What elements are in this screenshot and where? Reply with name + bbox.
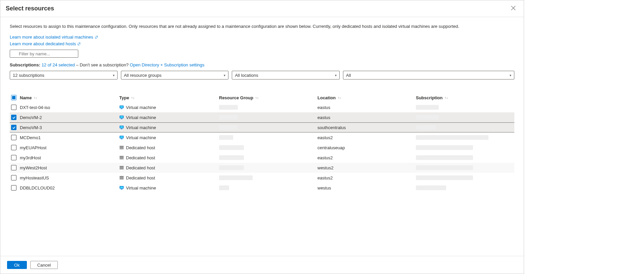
resource-groups-dropdown[interactable]: All resource groups ▾ [121,71,229,79]
row-checkbox[interactable] [11,105,16,110]
subscriptions-label: Subscriptions: [10,62,40,67]
virtual-machine-icon [119,186,124,190]
table-row[interactable]: MCDemo1Virtual machineeastus2 [10,132,514,143]
resource-group-redacted [219,185,229,190]
description-text: Select resources to assign to this maint… [10,24,514,29]
locations-dropdown[interactable]: All locations ▾ [232,71,340,79]
resource-name: myHosteastUS [20,175,49,180]
subscription-redacted [416,165,473,170]
column-header-resource-group[interactable]: Resource Group↑↓ [219,95,317,100]
row-checkbox[interactable] [11,145,16,150]
sort-icon: ↑↓ [255,96,259,100]
svg-rect-18 [120,159,124,160]
resource-type: Virtual machine [126,105,156,110]
location: westus2 [317,165,334,170]
link-isolated-vms[interactable]: Learn more about isolated virtual machin… [10,34,98,40]
subscriptions-mid-text: – Don't see a subscription? [76,62,128,67]
dropdown-label: 12 subscriptions [13,73,44,78]
subscriptions-selected-link[interactable]: 12 of 24 selected [42,62,75,67]
select-all-checkbox[interactable] [11,95,16,100]
location: eastus [317,115,330,120]
svg-rect-26 [120,187,123,188]
table-row[interactable]: DemoVM-2Virtual machineeastus [10,112,514,122]
table-row[interactable]: DemoVM-3Virtual machinesouthcentralus [10,122,514,132]
dedicated-host-icon [119,156,124,160]
resource-name: myWest2Host [20,165,47,170]
sort-icon: ↑↓ [131,96,134,100]
column-header-location[interactable]: Location↑↓ [317,95,416,100]
resource-type: Dedicated host [126,165,155,170]
resource-name: my3rdHost [20,155,41,160]
dedicated-host-icon [119,166,124,170]
location: eastus2 [317,155,333,160]
subscription-redacted [416,155,473,160]
resource-name: myEUAPHost [20,145,46,150]
location: eastus [317,105,330,110]
svg-rect-21 [120,169,124,170]
resource-group-redacted [219,175,253,180]
row-checkbox[interactable] [11,135,16,140]
filters-row: 12 subscriptions ▾ All resource groups ▾… [10,71,514,79]
ok-button[interactable]: Ok [7,261,27,269]
location: centraluseuap [317,145,345,150]
row-checkbox[interactable] [11,115,16,120]
row-checkbox[interactable] [11,185,16,190]
resource-group-redacted [219,135,233,140]
filter-input[interactable] [10,50,78,58]
row-checkbox[interactable] [11,155,16,160]
svg-rect-9 [121,129,122,129]
panel-footer: Ok Cancel [0,256,524,274]
resource-group-redacted [219,165,244,170]
svg-rect-24 [120,179,124,180]
table-row[interactable]: myWest2HostDedicated hostwestus2 [10,163,514,173]
link-dedicated-hosts[interactable]: Learn more about dedicated hosts [10,41,81,47]
resource-name: DDBLDCLOUD02 [20,185,55,190]
subscriptions-dropdown[interactable]: 12 subscriptions ▾ [10,71,118,79]
resources-table: Name↑↓ Type↑↓ Resource Group↑↓ Location↑… [10,93,514,193]
subscription-redacted [416,115,439,120]
svg-rect-27 [121,189,122,190]
sort-icon: ↑↓ [34,96,37,100]
table-row[interactable]: DDBLDCLOUD02Virtual machinewestus [10,183,514,193]
chevron-down-icon: ▾ [510,73,511,77]
table-row[interactable]: myEUAPHostDedicated hostcentraluseuap [10,143,514,153]
column-header-name[interactable]: Name↑↓ [20,95,119,100]
svg-rect-5 [120,116,123,118]
resource-type: Dedicated host [126,145,155,150]
chevron-down-icon: ▾ [335,73,337,77]
resource-group-redacted [219,155,244,160]
svg-rect-14 [120,148,124,149]
table-row[interactable]: myHosteastUSDedicated hosteastus2 [10,173,514,183]
sort-icon: ↑↓ [338,96,341,100]
subscriptions-line: Subscriptions: 12 of 24 selected – Don't… [10,62,514,67]
svg-rect-20 [120,168,124,169]
column-header-type[interactable]: Type↑↓ [119,95,219,100]
resource-type: Virtual machine [126,135,156,140]
dedicated-host-icon [119,176,124,180]
row-checkbox[interactable] [11,175,16,180]
close-button[interactable] [508,4,518,13]
link-label: Learn more about isolated virtual machin… [10,34,93,40]
close-icon [511,6,516,10]
svg-rect-13 [120,146,124,147]
subscription-redacted [416,185,446,190]
table-header-row: Name↑↓ Type↑↓ Resource Group↑↓ Location↑… [10,93,514,102]
chevron-down-icon: ▾ [113,73,115,77]
table-row[interactable]: my3rdHostDedicated hosteastus2 [10,153,514,163]
external-link-icon [77,42,81,46]
link-label: Learn more about dedicated hosts [10,41,76,47]
all-dropdown[interactable]: All ▾ [343,71,514,79]
row-checkbox[interactable] [11,125,16,130]
svg-rect-11 [120,136,123,138]
subscription-redacted [416,175,473,180]
table-row[interactable]: DXT-test-04-isoVirtual machineeastus [10,102,514,112]
cancel-button[interactable]: Cancel [30,261,58,269]
row-checkbox[interactable] [11,165,16,170]
svg-rect-16 [120,156,124,157]
open-directory-settings-link[interactable]: Open Directory + Subscription settings [130,62,204,67]
resource-name: MCDemo1 [20,135,41,140]
subscription-redacted [416,125,436,130]
resource-type: Dedicated host [126,155,155,160]
column-header-subscription[interactable]: Subscription↑↓ [416,95,513,100]
external-link-icon [95,36,98,39]
